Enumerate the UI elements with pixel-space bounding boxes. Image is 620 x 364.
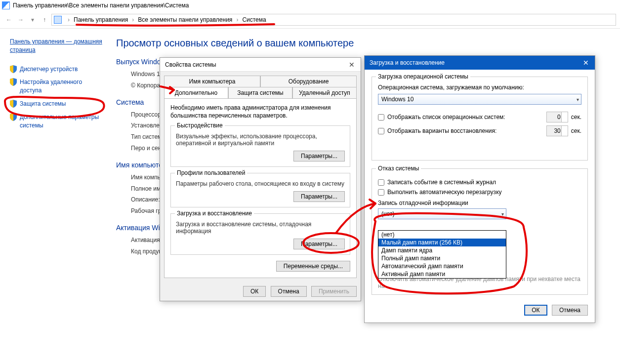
forward-button[interactable]: → xyxy=(16,15,26,25)
window-title: Панель управления\Все элементы панели уп… xyxy=(13,2,189,9)
sidebar-item-label: Дополнительные параметры системы xyxy=(20,113,102,130)
dump-type-option[interactable]: Малый дамп памяти (256 КВ) xyxy=(378,239,506,246)
write-event-label: Записать событие в системный журнал xyxy=(387,179,581,186)
up-button[interactable]: ↑ xyxy=(40,15,49,25)
sidebar: Панель управления — домашняя страница Ди… xyxy=(0,29,106,364)
chevron-right-icon: › xyxy=(129,16,137,23)
performance-settings-button[interactable]: Параметры... xyxy=(293,151,345,162)
recovery-seconds-spinner[interactable]: 30 xyxy=(546,125,568,136)
group-title: Загрузка операционной системы xyxy=(376,73,470,80)
dialog-title: Загрузка и восстановление xyxy=(370,59,445,66)
show-recovery-label: Отображать варианты восстановления: xyxy=(387,127,543,134)
dialog-body: Имя компьютера Оборудование Дополнительн… xyxy=(160,72,361,301)
dialog-body: Загрузка операционной системы Операционн… xyxy=(365,70,595,323)
default-os-label: Операционная система, загружаемая по умо… xyxy=(378,84,581,91)
dump-type-option[interactable]: Полный дамп памяти xyxy=(378,254,506,262)
system-startup-group: Загрузка операционной системы Операционн… xyxy=(372,77,588,161)
tab-remote[interactable]: Удаленный доступ xyxy=(292,87,357,98)
window-titlebar: Панель управления\Все элементы панели уп… xyxy=(0,0,620,11)
sidebar-item-label: Защита системы xyxy=(20,100,66,108)
group-title: Быстродействие xyxy=(175,122,225,129)
sidebar-item-label: Настройка удаленного доступа xyxy=(20,78,102,95)
dump-info-label: Запись отладочной информации xyxy=(378,200,581,206)
seconds-unit: сек. xyxy=(571,114,581,121)
profiles-group: Профили пользователей Параметры рабочего… xyxy=(170,173,350,207)
startup-recovery-group: Загрузка и восстановление Загрузка и вос… xyxy=(170,213,350,255)
tab-advanced[interactable]: Дополнительно xyxy=(164,87,228,98)
environment-variables-button[interactable]: Переменные среды... xyxy=(276,261,350,272)
performance-group: Быстродействие Визуальные эффекты, испол… xyxy=(170,125,350,167)
shield-icon xyxy=(10,78,17,86)
os-list-seconds-spinner[interactable]: 0 xyxy=(546,112,568,122)
dialog-title: Свойства системы xyxy=(165,61,216,68)
tab-protection[interactable]: Защита системы xyxy=(228,87,292,98)
tab-computer-name[interactable]: Имя компьютера xyxy=(164,76,260,87)
breadcrumb-item[interactable]: Система xyxy=(241,16,267,23)
close-icon[interactable]: ✕ xyxy=(580,58,592,68)
recent-dropdown[interactable]: ▾ xyxy=(28,15,38,25)
shield-icon xyxy=(10,113,17,121)
chevron-down-icon: ▾ xyxy=(577,97,579,102)
close-icon[interactable]: ✕ xyxy=(346,60,358,70)
address-bar: ← → ▾ ↑ › Панель управления › Все элемен… xyxy=(0,11,620,29)
system-properties-dialog: Свойства системы ✕ Имя компьютера Оборуд… xyxy=(160,57,361,301)
chevron-right-icon: › xyxy=(233,16,241,23)
breadcrumb[interactable]: › Панель управления › Все элементы панел… xyxy=(51,14,616,26)
chevron-down-icon: ▾ xyxy=(501,211,504,217)
auto-restart-checkbox[interactable] xyxy=(378,189,384,196)
admin-warning: Необходимо иметь права администратора дл… xyxy=(170,104,350,120)
show-os-list-label: Отображать список операционных систем: xyxy=(387,114,543,121)
profiles-settings-button[interactable]: Параметры... xyxy=(293,191,345,202)
system-icon xyxy=(54,16,62,24)
dump-type-combo[interactable]: (нет) ▾ xyxy=(378,208,506,219)
breadcrumb-item[interactable]: Панель управления xyxy=(73,16,129,23)
group-title: Профили пользователей xyxy=(175,169,247,176)
dump-type-option[interactable]: Дамп памяти ядра xyxy=(378,246,506,254)
back-button[interactable]: ← xyxy=(4,15,14,25)
group-text: Загрузка и восстановление системы, отлад… xyxy=(176,221,345,235)
tab-panel: Необходимо иметь права администратора дл… xyxy=(164,98,357,278)
apply-button[interactable]: Применить xyxy=(311,286,357,297)
page-title: Просмотр основных сведений о вашем компь… xyxy=(116,38,620,49)
sidebar-item-device-manager[interactable]: Диспетчер устройств xyxy=(10,65,102,74)
group-text: Визуальные эффекты, использование процес… xyxy=(176,133,345,147)
sidebar-item-label: Диспетчер устройств xyxy=(20,65,78,74)
breadcrumb-item[interactable]: Все элементы панели управления xyxy=(137,16,233,23)
dialog-titlebar[interactable]: Свойства системы ✕ xyxy=(160,58,361,72)
group-title: Отказ системы xyxy=(376,165,421,172)
show-recovery-checkbox[interactable] xyxy=(378,128,384,134)
system-failure-group: Отказ системы Записать событие в системн… xyxy=(372,168,588,295)
tab-hardware[interactable]: Оборудование xyxy=(260,76,357,87)
cancel-button[interactable]: Отмена xyxy=(271,286,307,297)
dialog-titlebar[interactable]: Загрузка и восстановление ✕ xyxy=(365,56,595,70)
group-title: Загрузка и восстановление xyxy=(175,210,254,217)
auto-restart-label: Выполнить автоматическую перезагрузку xyxy=(387,189,581,196)
write-event-checkbox[interactable] xyxy=(378,179,384,186)
startup-recovery-dialog: Загрузка и восстановление ✕ Загрузка опе… xyxy=(364,55,595,323)
sidebar-item-advanced[interactable]: Дополнительные параметры системы xyxy=(10,113,102,130)
seconds-unit: сек. xyxy=(571,127,581,134)
ok-button[interactable]: ОК xyxy=(243,286,266,297)
default-os-combo[interactable]: Windows 10 ▾ xyxy=(378,94,581,105)
default-os-value: Windows 10 xyxy=(381,96,413,103)
sidebar-item-protection[interactable]: Защита системы xyxy=(10,100,102,108)
control-panel-icon xyxy=(2,1,10,9)
sidebar-item-remote[interactable]: Настройка удаленного доступа xyxy=(10,78,102,95)
shield-icon xyxy=(10,65,17,73)
show-os-list-checkbox[interactable] xyxy=(378,114,384,121)
control-panel-home-link[interactable]: Панель управления — домашняя страница xyxy=(10,38,102,54)
ok-button[interactable]: ОК xyxy=(524,305,547,316)
shield-icon xyxy=(10,100,17,108)
dump-type-option[interactable]: Автоматический дамп памяти xyxy=(378,262,506,270)
dump-type-option[interactable]: (нет) xyxy=(378,231,506,239)
chevron-right-icon: › xyxy=(65,16,73,23)
cancel-button[interactable]: Отмена xyxy=(552,305,588,316)
group-text: Параметры рабочего стола, относящиеся ко… xyxy=(176,180,345,187)
tabstrip: Имя компьютера Оборудование Дополнительн… xyxy=(160,72,361,98)
startup-settings-button[interactable]: Параметры... xyxy=(293,239,345,249)
dump-type-option[interactable]: Активный дамп памяти xyxy=(378,270,506,278)
dump-type-dropdown-list[interactable]: (нет)Малый дамп памяти (256 КВ)Дамп памя… xyxy=(378,230,506,279)
dump-type-value: (нет) xyxy=(381,210,394,217)
